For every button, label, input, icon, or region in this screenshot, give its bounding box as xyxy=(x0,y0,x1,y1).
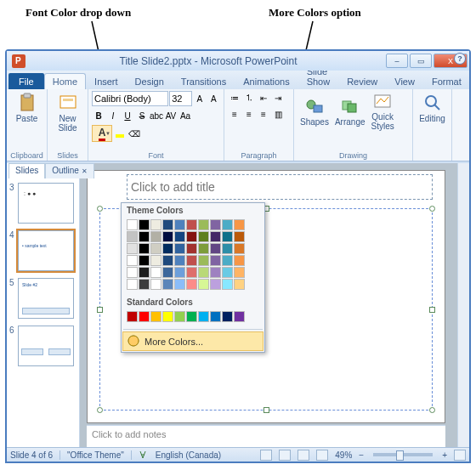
color-swatch[interactable] xyxy=(222,219,233,230)
color-swatch[interactable] xyxy=(150,255,162,266)
color-swatch[interactable] xyxy=(234,231,245,242)
close-panel-icon[interactable]: ✕ xyxy=(82,167,88,175)
font-color-dropdown-button[interactable]: A ▼ xyxy=(92,125,112,142)
font-size-combo[interactable]: 32 xyxy=(169,91,192,106)
color-swatch[interactable] xyxy=(210,219,221,230)
color-swatch[interactable] xyxy=(234,267,245,278)
color-swatch[interactable] xyxy=(186,279,197,290)
color-swatch[interactable] xyxy=(234,311,245,322)
color-swatch[interactable] xyxy=(186,311,197,322)
panel-tab-slides[interactable]: Slides xyxy=(8,163,45,178)
color-swatch[interactable] xyxy=(186,231,197,242)
sorter-view-button[interactable] xyxy=(279,450,291,461)
color-swatch[interactable] xyxy=(210,311,221,322)
color-swatch[interactable] xyxy=(222,255,233,266)
color-swatch[interactable] xyxy=(198,279,209,290)
status-zoom[interactable]: 49% xyxy=(335,450,352,460)
color-swatch[interactable] xyxy=(150,231,162,242)
tab-review[interactable]: Review xyxy=(338,73,386,89)
color-swatch[interactable] xyxy=(174,255,185,266)
color-swatch[interactable] xyxy=(127,219,138,230)
color-swatch[interactable] xyxy=(127,311,138,322)
help-button[interactable]: ? xyxy=(454,53,466,65)
color-swatch[interactable] xyxy=(234,255,245,266)
color-swatch[interactable] xyxy=(198,267,209,278)
color-swatch[interactable] xyxy=(139,267,150,278)
color-swatch[interactable] xyxy=(174,311,185,322)
vertical-scrollbar[interactable] xyxy=(457,163,469,447)
thumb-4[interactable]: 4 • sample text xyxy=(9,230,76,271)
color-swatch[interactable] xyxy=(198,219,209,230)
color-swatch[interactable] xyxy=(234,243,245,254)
zoom-out-button[interactable]: − xyxy=(359,450,364,460)
color-swatch[interactable] xyxy=(210,279,221,290)
bold-button[interactable]: B xyxy=(92,109,105,122)
grow-font-button[interactable]: A xyxy=(193,92,206,105)
tab-format[interactable]: Format xyxy=(423,73,470,89)
color-swatch[interactable] xyxy=(139,311,150,322)
thumb-5[interactable]: 5 Slide #2 xyxy=(9,278,76,319)
highlight-button[interactable] xyxy=(113,127,127,140)
color-swatch[interactable] xyxy=(127,243,138,254)
color-swatch[interactable] xyxy=(198,231,209,242)
zoom-in-button[interactable]: + xyxy=(442,450,447,460)
thumb-3[interactable]: 3 : ● ● xyxy=(9,183,76,224)
strike-button[interactable]: S xyxy=(135,109,149,122)
new-slide-button[interactable]: New Slide xyxy=(51,91,84,134)
minimize-button[interactable]: – xyxy=(386,54,408,68)
align-right-button[interactable]: ≡ xyxy=(257,107,270,121)
color-swatch[interactable] xyxy=(174,243,185,254)
panel-tab-outline[interactable]: Outline✕ xyxy=(45,163,94,178)
color-swatch[interactable] xyxy=(150,219,162,230)
columns-button[interactable]: ▥ xyxy=(271,107,285,121)
color-swatch[interactable] xyxy=(222,311,233,322)
color-swatch[interactable] xyxy=(210,243,221,254)
title-placeholder[interactable]: Click to add title xyxy=(127,174,433,200)
color-swatch[interactable] xyxy=(150,267,162,278)
color-swatch[interactable] xyxy=(139,231,150,242)
char-spacing-button[interactable]: AV xyxy=(164,109,178,122)
shrink-font-button[interactable]: A xyxy=(207,92,220,105)
color-swatch[interactable] xyxy=(162,311,173,322)
color-swatch[interactable] xyxy=(210,231,221,242)
color-swatch[interactable] xyxy=(127,279,138,290)
align-center-button[interactable]: ≡ xyxy=(242,107,256,121)
fit-window-button[interactable] xyxy=(454,450,466,461)
color-swatch[interactable] xyxy=(162,267,173,278)
color-swatch[interactable] xyxy=(139,219,150,230)
italic-button[interactable]: I xyxy=(106,109,120,122)
color-swatch[interactable] xyxy=(174,279,185,290)
indent-dec-button[interactable]: ⇤ xyxy=(257,91,270,105)
color-swatch[interactable] xyxy=(139,255,150,266)
more-colors-item[interactable]: More Colors... xyxy=(122,331,264,351)
color-swatch[interactable] xyxy=(222,267,233,278)
color-swatch[interactable] xyxy=(234,279,245,290)
color-swatch[interactable] xyxy=(210,255,221,266)
color-swatch[interactable] xyxy=(162,231,173,242)
tab-file[interactable]: File xyxy=(8,73,44,89)
font-name-combo[interactable]: Calibri (Body) xyxy=(92,91,168,106)
bullets-button[interactable]: ≔ xyxy=(228,91,241,105)
color-swatch[interactable] xyxy=(234,219,245,230)
align-left-button[interactable]: ≡ xyxy=(228,107,241,121)
color-swatch[interactable] xyxy=(186,219,197,230)
color-swatch[interactable] xyxy=(150,311,162,322)
tab-transitions[interactable]: Transitions xyxy=(173,73,235,89)
numbering-button[interactable]: ⒈ xyxy=(242,91,256,105)
spellcheck-icon[interactable] xyxy=(139,450,149,460)
color-swatch[interactable] xyxy=(150,243,162,254)
paste-button[interactable]: Paste xyxy=(10,91,43,125)
color-swatch[interactable] xyxy=(222,279,233,290)
tab-insert[interactable]: Insert xyxy=(86,73,127,89)
status-language[interactable]: English (Canada) xyxy=(156,450,221,460)
quick-styles-button[interactable]: Quick Styles xyxy=(369,91,397,131)
color-swatch[interactable] xyxy=(162,279,173,290)
tab-home[interactable]: Home xyxy=(44,73,86,89)
clear-format-button[interactable]: ⌫ xyxy=(128,127,141,140)
color-swatch[interactable] xyxy=(127,255,138,266)
maximize-button[interactable]: ▭ xyxy=(410,54,432,68)
zoom-slider[interactable] xyxy=(373,453,433,456)
color-swatch[interactable] xyxy=(139,279,150,290)
color-swatch[interactable] xyxy=(198,255,209,266)
color-swatch[interactable] xyxy=(210,267,221,278)
